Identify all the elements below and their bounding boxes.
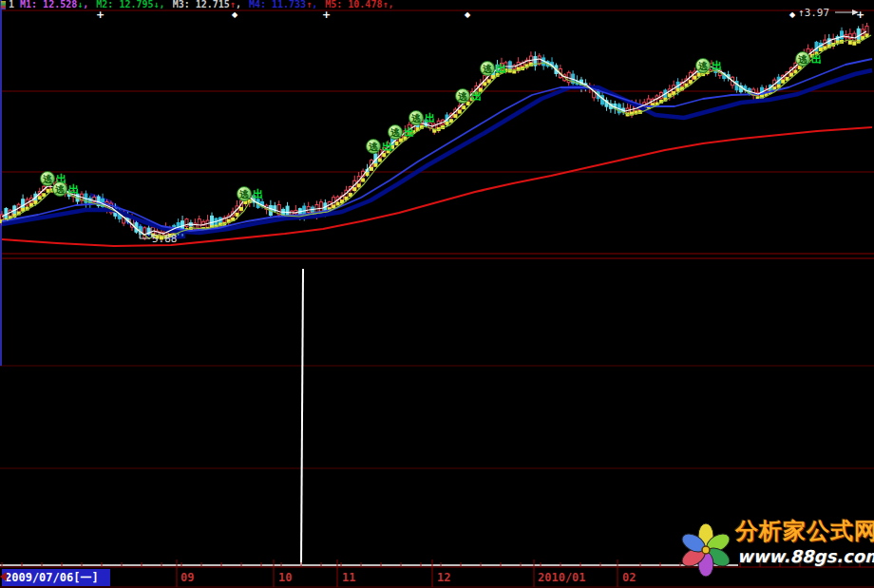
sell-signal-marker: 逃 xyxy=(795,51,810,66)
ma-readout: M5: 10.478↑, xyxy=(325,0,399,9)
site-logo-flower-icon xyxy=(680,522,732,580)
ma-readout: M3: 12.715↑, xyxy=(173,0,247,9)
axis-month-label: 02 xyxy=(622,571,636,584)
sell-signal-marker: 逃 xyxy=(480,61,495,76)
site-url: www.88gs.com xyxy=(737,546,874,566)
sell-signal-label: 出 xyxy=(811,54,822,65)
sell-signal-label: 出 xyxy=(404,127,414,138)
axis-month-label: 12 xyxy=(437,571,450,584)
sell-signal-marker: 逃 xyxy=(695,58,711,73)
plus-marker-icon: + xyxy=(856,9,864,21)
current-date-label[interactable]: 2009/07/06[一] xyxy=(2,569,110,586)
sell-signal-marker: 逃 xyxy=(388,124,403,140)
axis-month-label: 09 xyxy=(180,571,194,584)
sell-signal-label: 出 xyxy=(382,142,392,152)
chart-canvas[interactable] xyxy=(0,0,874,588)
sell-signal-marker: 逃 xyxy=(408,110,424,125)
axis-month-label: 2010/01 xyxy=(538,571,586,584)
ma-readout-bar: 1 M1: 12.528↓, M2: 12.795↓, M3: 12.715↑,… xyxy=(0,0,874,10)
sell-signal-marker: 逃 xyxy=(237,186,252,201)
sell-signal-label: 出 xyxy=(68,184,79,195)
high-price-label: ↑3.97 xyxy=(798,8,829,18)
sell-signal-label: 出 xyxy=(425,113,435,123)
sell-signal-marker: 逃 xyxy=(366,139,381,154)
sell-signal-label: 出 xyxy=(712,61,722,71)
watermark: 分析家公式网 www.88gs.com xyxy=(680,514,870,582)
diamond-marker-icon: ◆ xyxy=(232,10,238,19)
sell-signal-label: 出 xyxy=(253,189,263,199)
diamond-marker-icon: ◆ xyxy=(465,10,470,19)
site-name: 分析家公式网 xyxy=(735,516,874,546)
sell-signal-marker: 逃 xyxy=(455,88,470,104)
axis-month-label: 10 xyxy=(278,571,292,584)
period-icon xyxy=(1,1,6,9)
trading-app-window: 1 M1: 12.528↓, M2: 12.795↓, M3: 12.715↑,… xyxy=(0,0,874,588)
sell-signal-label: 出 xyxy=(496,64,506,74)
ma-readout: M2: 12.795↓, xyxy=(96,0,170,9)
low-price-label: 5.88 xyxy=(152,234,178,244)
up-arrow-icon: ↑ xyxy=(798,7,805,19)
plus-marker-icon: + xyxy=(322,9,331,21)
chart-index-label: 1 xyxy=(9,0,14,9)
sell-signal-label: 出 xyxy=(471,91,482,102)
ma-readout: M1: 12.528↓, xyxy=(20,0,94,9)
sell-signal-marker: 逃 xyxy=(52,181,67,197)
axis-month-label: 11 xyxy=(342,571,355,584)
diamond-marker-icon: ◆ xyxy=(789,10,795,19)
plus-marker-icon: + xyxy=(96,9,104,21)
ma-readouts: M1: 12.528↓, M2: 12.795↓, M3: 12.715↑, M… xyxy=(20,0,401,9)
ma-readout: M4: 11.733↑, xyxy=(249,0,323,9)
axis-corner-icon[interactable] xyxy=(0,572,7,581)
